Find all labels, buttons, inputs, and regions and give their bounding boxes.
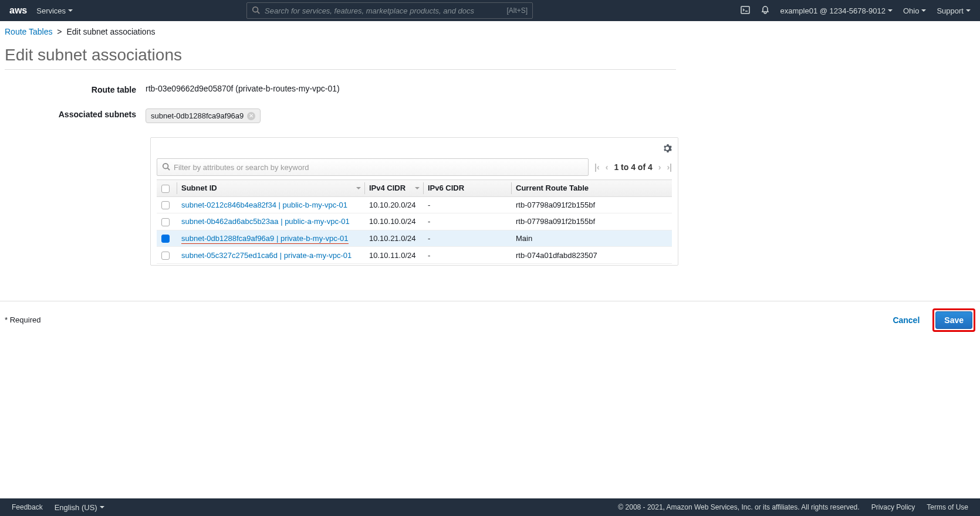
support-label: Support (937, 6, 964, 15)
caret-down-icon (921, 9, 926, 12)
gear-icon[interactable] (663, 144, 672, 155)
region-menu[interactable]: Ohio (903, 6, 926, 15)
col-subnet-id-label: Subnet ID (181, 184, 217, 192)
cancel-button[interactable]: Cancel (887, 312, 925, 328)
svg-rect-2 (741, 6, 749, 13)
associated-subnets-label: Associated subnets (5, 108, 146, 119)
svg-line-4 (168, 168, 170, 170)
subnet-chip: subnet-0db1288fca9af96a9 ✕ (146, 108, 261, 123)
row-checkbox[interactable] (161, 235, 170, 243)
route-table-value: rtb-03e09662d9e05870f (private-b-routes-… (146, 84, 676, 93)
col-current-rt-label: Current Route Table (516, 184, 589, 192)
actions-bar: * Required Cancel Save (0, 301, 980, 339)
svg-line-1 (258, 11, 260, 13)
col-ipv4-label: IPv4 CIDR (369, 184, 405, 192)
subnet-table: Subnet ID IPv4 CIDR IPv6 CIDR Current Ro… (157, 179, 672, 264)
col-ipv6-label: IPv6 CIDR (428, 184, 464, 192)
services-menu[interactable]: Services (36, 6, 73, 15)
search-shortcut: [Alt+S] (506, 6, 528, 15)
pager-first-icon[interactable]: |‹ (594, 162, 600, 172)
support-menu[interactable]: Support (937, 6, 971, 15)
cloudshell-icon[interactable] (741, 5, 750, 16)
rt-cell: rtb-07798a091f2b155bf (511, 196, 672, 213)
chip-remove-icon[interactable]: ✕ (247, 112, 255, 120)
caret-down-icon (888, 9, 893, 12)
pager-last-icon[interactable]: ›| (667, 162, 672, 172)
svg-point-0 (253, 6, 258, 12)
account-menu[interactable]: example01 @ 1234-5678-9012 (780, 6, 893, 15)
aws-logo[interactable]: aws (9, 5, 27, 16)
search-icon (162, 162, 170, 172)
account-label: example01 @ 1234-5678-9012 (780, 6, 886, 15)
search-input[interactable] (265, 6, 502, 15)
rt-cell: rtb-07798a091f2b155bf (511, 213, 672, 230)
table-row[interactable]: subnet-05c327c275ed1ca6d | private-a-my-… (157, 247, 672, 264)
table-row[interactable]: subnet-0212c846b4ea82f34 | public-b-my-v… (157, 196, 672, 213)
route-table-label: Route table (5, 84, 146, 94)
pager: |‹ ‹ 1 to 4 of 4 › ›| (594, 162, 672, 172)
filter-box[interactable] (157, 158, 589, 176)
page: Edit subnet associations Route table rtb… (0, 42, 681, 277)
global-search: [Alt+S] (246, 2, 533, 19)
table-row[interactable]: subnet-0db1288fca9af96a9 | private-b-my-… (157, 230, 672, 247)
sort-caret-icon (356, 187, 361, 189)
breadcrumb-sep: > (57, 27, 62, 36)
row-checkbox[interactable] (161, 218, 170, 226)
ipv4-cell: 10.10.11.0/24 (364, 247, 423, 264)
associated-subnets-row: Associated subnets subnet-0db1288fca9af9… (5, 108, 676, 123)
ipv6-cell: - (423, 230, 511, 247)
route-table-row: Route table rtb-03e09662d9e05870f (priva… (5, 84, 676, 94)
ipv4-cell: 10.10.21.0/24 (364, 230, 423, 247)
table-row[interactable]: subnet-0b462ad6abc5b23aa | public-a-my-v… (157, 213, 672, 230)
row-checkbox[interactable] (161, 201, 170, 209)
rt-cell: rtb-074a01dfabd823507 (511, 247, 672, 264)
breadcrumb: Route Tables > Edit subnet associations (0, 21, 980, 42)
top-nav: aws Services [Alt+S] example01 @ 1234-56… (0, 0, 980, 21)
subnet-link[interactable]: subnet-0b462ad6abc5b23aa | public-a-my-v… (181, 217, 350, 226)
subnet-link[interactable]: subnet-05c327c275ed1ca6d | private-a-my-… (181, 251, 352, 260)
ipv4-cell: 10.10.20.0/24 (364, 196, 423, 213)
col-checkbox (157, 180, 177, 197)
col-subnet-id[interactable]: Subnet ID (177, 180, 364, 197)
save-button[interactable]: Save (935, 311, 972, 329)
filter-input[interactable] (174, 163, 583, 172)
search-input-wrap[interactable]: [Alt+S] (246, 2, 533, 19)
sort-caret-icon (415, 187, 420, 189)
nav-right: example01 @ 1234-5678-9012 Ohio Support (741, 5, 971, 16)
subnet-chip-text: subnet-0db1288fca9af96a9 (151, 111, 244, 120)
aws-logo-text: aws (9, 5, 27, 16)
search-icon (252, 6, 260, 16)
page-title: Edit subnet associations (5, 42, 676, 70)
required-note: * Required (5, 315, 40, 324)
save-button-highlight: Save (932, 308, 975, 332)
pager-text: 1 to 4 of 4 (614, 162, 652, 172)
ipv6-cell: - (423, 213, 511, 230)
region-label: Ohio (903, 6, 919, 15)
col-current-rt[interactable]: Current Route Table (511, 180, 672, 197)
subnet-link[interactable]: subnet-0212c846b4ea82f34 | public-b-my-v… (181, 201, 347, 209)
svg-point-3 (163, 163, 168, 168)
select-all-checkbox[interactable] (161, 185, 170, 193)
breadcrumb-current: Edit subnet associations (66, 27, 155, 36)
pager-next-icon[interactable]: › (658, 162, 661, 172)
ipv4-cell: 10.10.10.0/24 (364, 213, 423, 230)
ipv6-cell: - (423, 247, 511, 264)
col-ipv6[interactable]: IPv6 CIDR (423, 180, 511, 197)
row-checkbox[interactable] (161, 252, 170, 260)
bell-icon[interactable] (761, 5, 770, 16)
subnet-link[interactable]: subnet-0db1288fca9af96a9 | private-b-my-… (181, 234, 349, 244)
pager-prev-icon[interactable]: ‹ (606, 162, 609, 172)
breadcrumb-root-link[interactable]: Route Tables (5, 27, 52, 36)
services-label: Services (36, 6, 66, 15)
rt-cell: Main (511, 230, 672, 247)
subnet-table-panel: |‹ ‹ 1 to 4 of 4 › ›| Subnet ID IPv4 CID… (150, 137, 678, 266)
filter-row: |‹ ‹ 1 to 4 of 4 › ›| (157, 158, 672, 176)
ipv6-cell: - (423, 196, 511, 213)
caret-down-icon (966, 9, 971, 12)
caret-down-icon (68, 9, 73, 12)
col-ipv4[interactable]: IPv4 CIDR (364, 180, 423, 197)
